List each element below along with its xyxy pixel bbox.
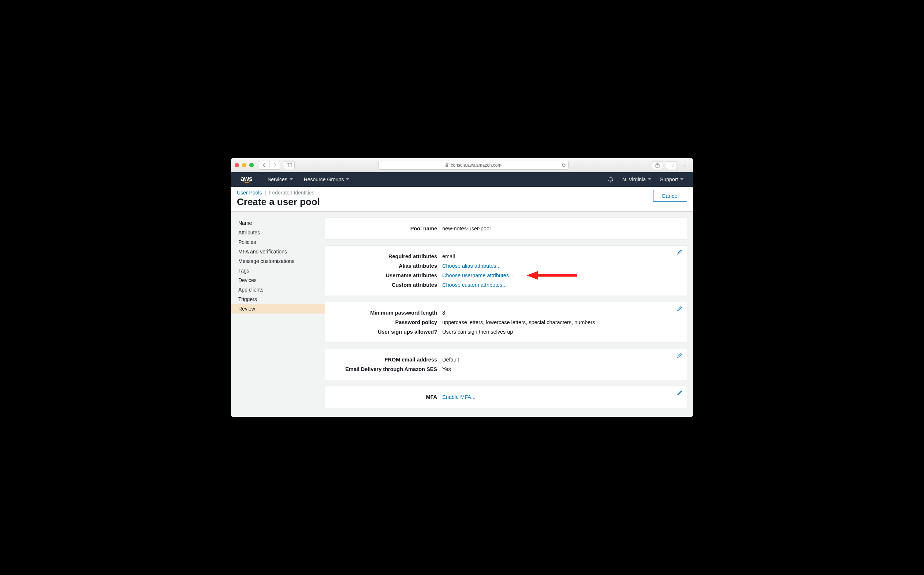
aws-logo[interactable]: aws (241, 175, 253, 183)
chevron-down-icon (680, 178, 683, 181)
mfa-label: MFA (329, 394, 442, 400)
edit-attributes-button[interactable] (677, 249, 682, 254)
card-name: Pool name new-notes-user-pool (325, 218, 687, 240)
pool-name-label: Pool name (329, 226, 442, 232)
enable-mfa-link[interactable]: Enable MFA... (442, 394, 475, 400)
edit-email-button[interactable] (677, 353, 682, 358)
svg-rect-6 (670, 163, 674, 166)
breadcrumb-user-pools[interactable]: User Pools (237, 190, 262, 195)
pool-name-value: new-notes-user-pool (442, 226, 680, 232)
page-title: Create a user pool (237, 196, 320, 208)
address-bar[interactable]: console.aws.amazon.com (378, 161, 569, 170)
breadcrumb: User Pools | Federated Identities (237, 190, 320, 195)
url-text: console.aws.amazon.com (451, 163, 501, 168)
chevron-down-icon (290, 178, 293, 181)
lock-icon (445, 163, 449, 167)
breadcrumb-federated[interactable]: Federated Identities (269, 190, 314, 195)
sidebar-item-review[interactable]: Review (231, 304, 325, 313)
username-attributes-link[interactable]: Choose username attributes... (442, 273, 513, 278)
reload-button[interactable] (561, 163, 566, 167)
edit-policies-button[interactable] (677, 306, 682, 311)
cancel-button[interactable]: Cancel (653, 190, 687, 202)
card-policies: Minimum password length 8 Password polic… (325, 302, 687, 343)
chevron-down-icon (346, 178, 349, 181)
pencil-icon (677, 353, 682, 358)
required-attr-label: Required attributes (329, 253, 442, 259)
safari-toolbar: console.aws.amazon.com + (231, 158, 693, 172)
window-minimize-button[interactable] (242, 163, 246, 167)
custom-attr-label: Custom attributes (329, 282, 442, 288)
pencil-icon (677, 390, 682, 395)
min-password-value: 8 (442, 310, 680, 316)
support-menu[interactable]: Support (660, 176, 683, 183)
share-button[interactable] (652, 161, 663, 169)
from-email-label: FROM email address (329, 357, 442, 362)
card-attributes: Required attributes email Alias attribut… (325, 245, 687, 296)
username-attr-label: Username attributes (329, 273, 442, 278)
page-body: Name Attributes Policies MFA and verific… (231, 212, 693, 417)
sidebar-item-devices[interactable]: Devices (231, 275, 325, 285)
annotation-arrow-icon (526, 270, 578, 281)
min-password-label: Minimum password length (329, 310, 442, 316)
alias-attr-label: Alias attributes (329, 263, 442, 269)
browser-window: console.aws.amazon.com + aws Services (231, 158, 693, 417)
forward-button[interactable] (269, 161, 280, 169)
services-menu[interactable]: Services (268, 176, 293, 183)
new-tab-button[interactable]: + (681, 162, 689, 168)
tabs-button[interactable] (666, 161, 677, 169)
pencil-icon (677, 249, 682, 254)
from-email-value: Default (442, 357, 680, 362)
ses-label: Email Delivery through Amazon SES (329, 366, 442, 372)
wizard-sidebar: Name Attributes Policies MFA and verific… (231, 212, 325, 417)
signups-value: Users can sign themselves up (442, 329, 680, 335)
review-content: Pool name new-notes-user-pool Required a… (325, 212, 693, 417)
edit-mfa-button[interactable] (677, 390, 682, 395)
sidebar-item-mfa[interactable]: MFA and verifications (231, 247, 325, 256)
window-close-button[interactable] (235, 163, 239, 167)
svg-rect-0 (287, 164, 292, 167)
region-menu[interactable]: N. Virginia (622, 176, 651, 183)
signups-label: User sign ups allowed? (329, 329, 442, 335)
back-button[interactable] (259, 161, 269, 169)
card-mfa: MFA Enable MFA... (325, 386, 687, 408)
page-header: User Pools | Federated Identities Create… (231, 187, 693, 212)
window-maximize-button[interactable] (249, 163, 254, 167)
notifications-icon[interactable] (608, 176, 613, 183)
resource-groups-menu[interactable]: Resource Groups (304, 176, 350, 183)
sidebar-item-triggers[interactable]: Triggers (231, 294, 325, 304)
ses-value: Yes (442, 366, 680, 372)
svg-rect-2 (445, 165, 448, 167)
custom-attributes-link[interactable]: Choose custom attributes... (442, 282, 507, 288)
password-policy-value: uppercase letters, lowercase letters, sp… (442, 319, 680, 325)
window-controls (235, 163, 254, 167)
card-email: FROM email address Default Email Deliver… (325, 349, 687, 380)
sidebar-toggle-button[interactable] (284, 161, 295, 169)
sidebar-item-attributes[interactable]: Attributes (231, 228, 325, 237)
required-attr-value: email (442, 253, 680, 259)
sidebar-item-tags[interactable]: Tags (231, 266, 325, 275)
pencil-icon (677, 306, 682, 311)
password-policy-label: Password policy (329, 319, 442, 325)
aws-smile-icon (241, 181, 253, 183)
sidebar-item-message[interactable]: Message customizations (231, 256, 325, 266)
svg-marker-8 (526, 271, 538, 280)
nav-buttons (259, 161, 280, 170)
aws-header: aws Services Resource Groups (231, 172, 693, 187)
sidebar-item-policies[interactable]: Policies (231, 237, 325, 247)
alias-attributes-link[interactable]: Choose alias attributes... (442, 263, 501, 269)
chevron-down-icon (648, 178, 651, 181)
sidebar-item-name[interactable]: Name (231, 218, 325, 228)
sidebar-item-appclients[interactable]: App clients (231, 285, 325, 294)
